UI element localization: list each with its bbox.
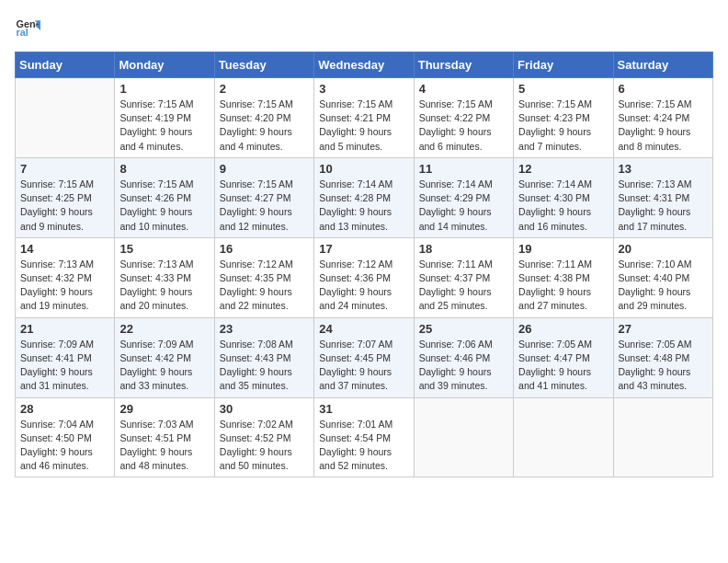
sunset-label: Sunset: 4:47 PM bbox=[518, 352, 590, 363]
sunset-label: Sunset: 4:45 PM bbox=[319, 352, 391, 363]
day-number: 26 bbox=[518, 322, 608, 336]
sunrise-label: Sunrise: 7:13 AM bbox=[619, 178, 692, 190]
calendar-cell: 4Sunrise: 7:15 AMSunset: 4:22 PMDaylight… bbox=[414, 78, 513, 158]
svg-text:ral: ral bbox=[17, 27, 28, 38]
cell-content: Sunrise: 7:11 AMSunset: 4:38 PMDaylight:… bbox=[518, 258, 608, 314]
sunrise-label: Sunrise: 7:14 AM bbox=[419, 178, 493, 190]
daylight-label: Daylight: 9 hours and 46 minutes. bbox=[20, 446, 93, 471]
cell-content: Sunrise: 7:15 AMSunset: 4:24 PMDaylight:… bbox=[619, 98, 708, 154]
sunrise-label: Sunrise: 7:15 AM bbox=[419, 98, 493, 109]
sunset-label: Sunset: 4:24 PM bbox=[619, 112, 690, 123]
day-number: 21 bbox=[20, 322, 109, 336]
calendar-cell: 10Sunrise: 7:14 AMSunset: 4:28 PMDayligh… bbox=[314, 157, 414, 237]
sunrise-label: Sunrise: 7:12 AM bbox=[319, 259, 392, 270]
weekday-header-tuesday: Tuesday bbox=[214, 52, 313, 78]
daylight-label: Daylight: 9 hours and 16 minutes. bbox=[518, 206, 591, 231]
sunrise-label: Sunrise: 7:15 AM bbox=[619, 98, 692, 109]
sunrise-label: Sunrise: 7:14 AM bbox=[319, 178, 392, 190]
daylight-label: Daylight: 9 hours and 7 minutes. bbox=[518, 126, 591, 151]
daylight-label: Daylight: 9 hours and 41 minutes. bbox=[518, 366, 591, 391]
sunset-label: Sunset: 4:26 PM bbox=[119, 192, 191, 203]
day-number: 29 bbox=[119, 402, 209, 416]
sunrise-label: Sunrise: 7:13 AM bbox=[20, 259, 94, 270]
day-number: 22 bbox=[119, 322, 209, 336]
sunset-label: Sunset: 4:40 PM bbox=[619, 272, 690, 283]
sunset-label: Sunset: 4:21 PM bbox=[319, 112, 391, 123]
day-number: 23 bbox=[220, 322, 309, 336]
cell-content: Sunrise: 7:13 AMSunset: 4:31 PMDaylight:… bbox=[619, 178, 708, 234]
calendar-cell: 1Sunrise: 7:15 AMSunset: 4:19 PMDaylight… bbox=[115, 78, 214, 158]
daylight-label: Daylight: 9 hours and 10 minutes. bbox=[119, 206, 192, 231]
daylight-label: Daylight: 9 hours and 12 minutes. bbox=[220, 206, 292, 231]
sunrise-label: Sunrise: 7:14 AM bbox=[518, 178, 592, 190]
sunset-label: Sunset: 4:33 PM bbox=[119, 272, 191, 283]
cell-content: Sunrise: 7:15 AMSunset: 4:27 PMDaylight:… bbox=[220, 178, 309, 234]
sunrise-label: Sunrise: 7:15 AM bbox=[518, 98, 592, 109]
sunrise-label: Sunrise: 7:02 AM bbox=[220, 419, 293, 430]
sunset-label: Sunset: 4:20 PM bbox=[220, 112, 291, 123]
sunrise-label: Sunrise: 7:15 AM bbox=[119, 178, 193, 190]
daylight-label: Daylight: 9 hours and 31 minutes. bbox=[20, 366, 93, 391]
cell-content: Sunrise: 7:15 AMSunset: 4:25 PMDaylight:… bbox=[20, 178, 109, 234]
calendar-cell: 8Sunrise: 7:15 AMSunset: 4:26 PMDaylight… bbox=[115, 157, 214, 237]
sunrise-label: Sunrise: 7:05 AM bbox=[619, 339, 692, 350]
daylight-label: Daylight: 9 hours and 5 minutes. bbox=[319, 126, 392, 151]
calendar-cell: 21Sunrise: 7:09 AMSunset: 4:41 PMDayligh… bbox=[16, 317, 115, 397]
daylight-label: Daylight: 9 hours and 14 minutes. bbox=[419, 206, 492, 231]
calendar-week-row: 7Sunrise: 7:15 AMSunset: 4:25 PMDaylight… bbox=[16, 157, 713, 237]
calendar-cell: 17Sunrise: 7:12 AMSunset: 4:36 PMDayligh… bbox=[314, 237, 414, 317]
sunset-label: Sunset: 4:50 PM bbox=[20, 432, 92, 443]
calendar-cell: 9Sunrise: 7:15 AMSunset: 4:27 PMDaylight… bbox=[214, 157, 313, 237]
cell-content: Sunrise: 7:14 AMSunset: 4:28 PMDaylight:… bbox=[319, 178, 408, 234]
sunset-label: Sunset: 4:54 PM bbox=[319, 432, 391, 443]
calendar-cell: 25Sunrise: 7:06 AMSunset: 4:46 PMDayligh… bbox=[414, 317, 513, 397]
sunset-label: Sunset: 4:30 PM bbox=[518, 192, 590, 203]
cell-content: Sunrise: 7:12 AMSunset: 4:35 PMDaylight:… bbox=[220, 258, 309, 314]
sunrise-label: Sunrise: 7:15 AM bbox=[220, 178, 293, 190]
weekday-header-wednesday: Wednesday bbox=[314, 52, 414, 78]
calendar-cell: 15Sunrise: 7:13 AMSunset: 4:33 PMDayligh… bbox=[115, 237, 214, 317]
sunrise-label: Sunrise: 7:03 AM bbox=[119, 419, 193, 430]
sunset-label: Sunset: 4:37 PM bbox=[419, 272, 491, 283]
cell-content: Sunrise: 7:06 AMSunset: 4:46 PMDaylight:… bbox=[419, 338, 508, 394]
cell-content: Sunrise: 7:02 AMSunset: 4:52 PMDaylight:… bbox=[220, 418, 309, 474]
calendar-cell bbox=[414, 397, 513, 477]
day-number: 12 bbox=[518, 162, 608, 176]
daylight-label: Daylight: 9 hours and 29 minutes. bbox=[619, 286, 691, 311]
cell-content: Sunrise: 7:05 AMSunset: 4:47 PMDaylight:… bbox=[518, 338, 608, 394]
calendar-cell: 22Sunrise: 7:09 AMSunset: 4:42 PMDayligh… bbox=[115, 317, 214, 397]
day-number: 16 bbox=[220, 242, 309, 256]
daylight-label: Daylight: 9 hours and 33 minutes. bbox=[119, 366, 192, 391]
calendar-cell: 24Sunrise: 7:07 AMSunset: 4:45 PMDayligh… bbox=[314, 317, 414, 397]
sunset-label: Sunset: 4:27 PM bbox=[220, 192, 291, 203]
sunrise-label: Sunrise: 7:05 AM bbox=[518, 339, 592, 350]
sunrise-label: Sunrise: 7:11 AM bbox=[419, 259, 493, 270]
calendar-week-row: 28Sunrise: 7:04 AMSunset: 4:50 PMDayligh… bbox=[16, 397, 713, 477]
sunset-label: Sunset: 4:23 PM bbox=[518, 112, 590, 123]
sunrise-label: Sunrise: 7:15 AM bbox=[119, 98, 193, 109]
calendar-cell: 29Sunrise: 7:03 AMSunset: 4:51 PMDayligh… bbox=[115, 397, 214, 477]
daylight-label: Daylight: 9 hours and 6 minutes. bbox=[419, 126, 492, 151]
day-number: 3 bbox=[319, 82, 408, 96]
page-header: Gene ral bbox=[15, 15, 713, 40]
day-number: 24 bbox=[319, 322, 408, 336]
calendar-cell: 28Sunrise: 7:04 AMSunset: 4:50 PMDayligh… bbox=[16, 397, 115, 477]
daylight-label: Daylight: 9 hours and 35 minutes. bbox=[220, 366, 292, 391]
day-number: 1 bbox=[119, 82, 209, 96]
sunset-label: Sunset: 4:43 PM bbox=[220, 352, 291, 363]
cell-content: Sunrise: 7:15 AMSunset: 4:21 PMDaylight:… bbox=[319, 98, 408, 154]
day-number: 19 bbox=[518, 242, 608, 256]
cell-content: Sunrise: 7:08 AMSunset: 4:43 PMDaylight:… bbox=[220, 338, 309, 394]
daylight-label: Daylight: 9 hours and 8 minutes. bbox=[619, 126, 691, 151]
cell-content: Sunrise: 7:11 AMSunset: 4:37 PMDaylight:… bbox=[419, 258, 508, 314]
sunrise-label: Sunrise: 7:04 AM bbox=[20, 419, 94, 430]
sunset-label: Sunset: 4:46 PM bbox=[419, 352, 491, 363]
day-number: 8 bbox=[119, 162, 209, 176]
sunset-label: Sunset: 4:32 PM bbox=[20, 272, 92, 283]
day-number: 18 bbox=[419, 242, 508, 256]
sunset-label: Sunset: 4:19 PM bbox=[119, 112, 191, 123]
day-number: 15 bbox=[119, 242, 209, 256]
sunrise-label: Sunrise: 7:01 AM bbox=[319, 419, 392, 430]
sunrise-label: Sunrise: 7:13 AM bbox=[119, 259, 193, 270]
calendar-cell bbox=[613, 397, 712, 477]
